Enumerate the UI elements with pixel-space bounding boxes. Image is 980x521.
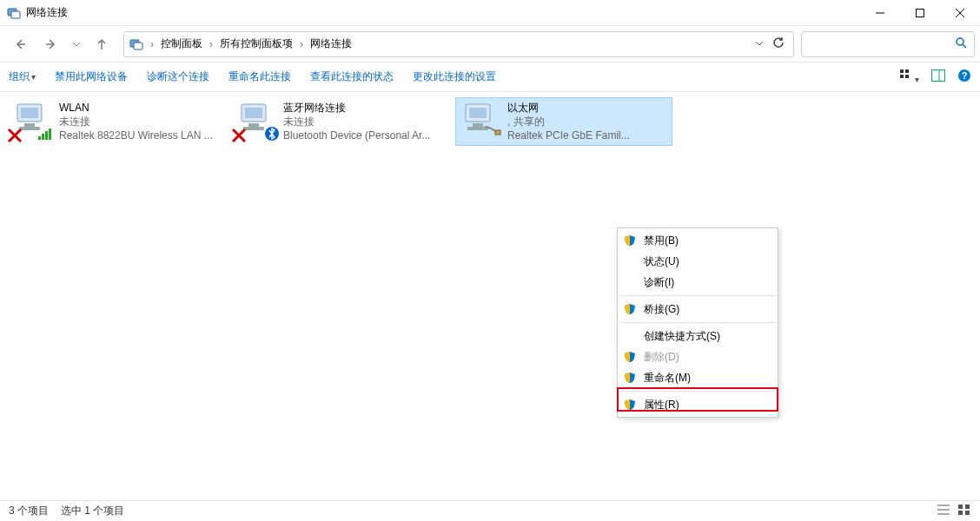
navbar: › 控制面板 › 所有控制面板项 › 网络连接: [0, 26, 980, 63]
context-menu: 禁用(B) 状态(U) 诊断(I) 桥接(G) 创建快捷方式(S) 删除(D) …: [617, 228, 778, 418]
preview-pane-icon[interactable]: [931, 69, 945, 84]
view-options-icon[interactable]: ▾: [899, 69, 919, 85]
svg-text:?: ?: [962, 70, 968, 81]
crumb-sep-icon: ›: [147, 38, 157, 50]
network-adapter-icon: [235, 101, 278, 142]
view-details-icon[interactable]: [937, 504, 950, 518]
shield-icon: [623, 399, 637, 411]
shield-icon: [623, 351, 637, 363]
svg-rect-46: [958, 505, 963, 509]
connection-name: WLAN: [59, 101, 213, 115]
svg-rect-32: [245, 108, 262, 118]
disconnected-x-icon: [7, 128, 23, 146]
breadcrumb-item[interactable]: 所有控制面板项: [220, 36, 293, 51]
close-button[interactable]: [940, 0, 980, 26]
ctx-status[interactable]: 状态(U): [618, 251, 778, 272]
breadcrumb-item[interactable]: 网络连接: [310, 36, 352, 51]
nav-up-button[interactable]: [87, 30, 116, 58]
ctx-properties[interactable]: 属性(R): [618, 394, 778, 415]
connection-item-bluetooth[interactable]: 蓝牙网络连接 未连接 Bluetooth Device (Personal Ar…: [231, 97, 448, 146]
wifi-signal-icon: [38, 128, 54, 142]
help-icon[interactable]: ?: [957, 69, 971, 85]
nav-recent-button[interactable]: [68, 30, 85, 58]
svg-rect-28: [42, 134, 44, 140]
breadcrumb-item[interactable]: 控制面板: [161, 36, 202, 51]
svg-rect-39: [469, 108, 487, 118]
svg-rect-16: [905, 75, 909, 78]
app-icon: [7, 6, 21, 20]
network-adapter-icon: [10, 101, 54, 142]
shield-icon: [623, 372, 637, 384]
nav-back-button[interactable]: [5, 30, 35, 58]
svg-rect-17: [932, 70, 945, 82]
shield-icon: [623, 303, 637, 315]
svg-rect-14: [905, 69, 909, 73]
view-status-button[interactable]: 查看此连接的状态: [310, 69, 394, 84]
ctx-label: 诊断(I): [644, 275, 674, 290]
ctx-delete: 删除(D): [618, 346, 778, 367]
svg-line-12: [963, 44, 966, 48]
connection-device: Bluetooth Device (Personal Ar...: [283, 129, 430, 142]
status-bar: 3 个项目 选中 1 个项目: [0, 500, 980, 521]
connection-device: Realtek 8822BU Wireless LAN ...: [59, 129, 213, 142]
ctx-shortcut[interactable]: 创建快捷方式(S): [618, 326, 778, 346]
ctx-diagnose[interactable]: 诊断(I): [618, 272, 778, 293]
svg-rect-40: [473, 123, 483, 127]
svg-rect-30: [49, 129, 51, 140]
ctx-label: 重命名(M): [644, 371, 691, 386]
titlebar: 网络连接: [0, 0, 980, 26]
ctx-label: 创建快捷方式(S): [644, 329, 720, 344]
ctx-separator: [619, 391, 776, 392]
disable-device-button[interactable]: 禁用此网络设备: [55, 69, 128, 84]
status-selected-count: 选中 1 个项目: [61, 504, 124, 518]
connection-item-wlan[interactable]: WLAN 未连接 Realtek 8822BU Wireless LAN ...: [7, 97, 224, 146]
change-settings-button[interactable]: 更改此连接的设置: [413, 69, 496, 84]
maximize-button[interactable]: [900, 0, 940, 26]
address-dropdown-icon[interactable]: [755, 38, 764, 50]
content-area: WLAN 未连接 Realtek 8822BU Wireless LAN ...…: [0, 92, 980, 500]
svg-point-11: [957, 38, 963, 45]
svg-rect-27: [38, 136, 41, 140]
svg-rect-49: [965, 511, 970, 515]
connection-status: , 共享的: [507, 115, 630, 129]
nav-forward-button[interactable]: [36, 30, 66, 58]
location-icon: [129, 37, 143, 51]
crumb-sep-icon: ›: [296, 38, 307, 50]
svg-rect-15: [900, 75, 904, 78]
command-bar: 组织▾ 禁用此网络设备 诊断这个连接 重命名此连接 查看此连接的状态 更改此连接…: [0, 63, 980, 92]
search-input[interactable]: [801, 31, 975, 57]
ctx-rename[interactable]: 重命名(M): [618, 367, 778, 388]
svg-rect-29: [45, 131, 48, 140]
ctx-label: 桥接(G): [644, 302, 679, 317]
svg-rect-1: [11, 11, 20, 18]
svg-rect-22: [21, 108, 38, 118]
connection-item-ethernet[interactable]: 以太网 , 共享的 Realtek PCIe GbE Famil...: [455, 97, 672, 146]
ctx-label: 状态(U): [644, 254, 679, 269]
connection-status: 未连接: [283, 115, 430, 129]
diagnose-button[interactable]: 诊断这个连接: [147, 69, 209, 84]
status-item-count: 3 个项目: [9, 504, 49, 518]
network-adapter-icon: [459, 101, 502, 142]
svg-rect-3: [917, 9, 924, 16]
organize-menu[interactable]: 组织▾: [9, 69, 36, 84]
svg-rect-33: [248, 123, 259, 127]
minimize-button[interactable]: [860, 0, 900, 26]
ctx-bridge[interactable]: 桥接(G): [618, 299, 778, 320]
svg-rect-23: [24, 123, 35, 127]
shield-icon: [623, 234, 637, 247]
svg-rect-42: [495, 130, 500, 135]
ctx-disable[interactable]: 禁用(B): [618, 230, 778, 251]
connection-name: 蓝牙网络连接: [283, 101, 430, 115]
connection-device: Realtek PCIe GbE Famil...: [507, 129, 630, 142]
window-title: 网络连接: [26, 5, 68, 20]
refresh-icon[interactable]: [772, 36, 785, 51]
ctx-separator: [619, 322, 776, 323]
rename-button[interactable]: 重命名此连接: [228, 69, 291, 84]
svg-rect-10: [134, 43, 142, 49]
ctx-label: 属性(R): [644, 398, 679, 412]
view-large-icons-icon[interactable]: [957, 504, 971, 518]
search-icon: [955, 36, 967, 51]
svg-rect-47: [965, 505, 970, 509]
address-bar[interactable]: › 控制面板 › 所有控制面板项 › 网络连接: [123, 31, 794, 57]
connection-name: 以太网: [507, 101, 630, 115]
